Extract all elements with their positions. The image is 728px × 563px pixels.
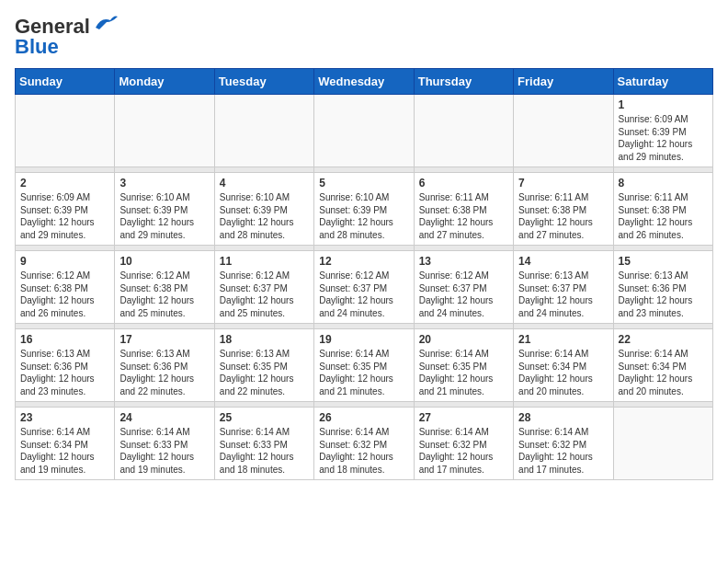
calendar-cell [414, 95, 513, 167]
weekday-header-sunday: Sunday [16, 69, 115, 95]
calendar-cell: 18Sunrise: 6:13 AM Sunset: 6:35 PM Dayli… [214, 329, 313, 402]
day-info: Sunrise: 6:10 AM Sunset: 6:39 PM Dayligh… [119, 191, 209, 241]
calendar-cell: 14Sunrise: 6:13 AM Sunset: 6:37 PM Dayli… [514, 251, 613, 324]
calendar-week-2: 2Sunrise: 6:09 AM Sunset: 6:39 PM Daylig… [16, 173, 713, 246]
day-info: Sunrise: 6:12 AM Sunset: 6:38 PM Dayligh… [20, 270, 109, 319]
calendar-table: SundayMondayTuesdayWednesdayThursdayFrid… [15, 68, 713, 480]
day-info: Sunrise: 6:11 AM Sunset: 6:38 PM Dayligh… [518, 191, 608, 241]
calendar-cell: 5Sunrise: 6:10 AM Sunset: 6:39 PM Daylig… [314, 173, 414, 246]
day-number: 12 [319, 255, 408, 268]
day-number: 19 [319, 333, 408, 346]
day-number: 16 [20, 333, 109, 346]
calendar-cell: 24Sunrise: 6:14 AM Sunset: 6:33 PM Dayli… [115, 408, 214, 480]
weekday-header-thursday: Thursday [414, 69, 513, 95]
weekday-header-saturday: Saturday [613, 69, 712, 95]
logo: General Blue [15, 15, 118, 59]
calendar-cell [514, 95, 613, 167]
day-info: Sunrise: 6:10 AM Sunset: 6:39 PM Dayligh… [220, 191, 309, 241]
day-info: Sunrise: 6:14 AM Sunset: 6:34 PM Dayligh… [20, 426, 109, 476]
calendar-cell: 15Sunrise: 6:13 AM Sunset: 6:36 PM Dayli… [613, 251, 712, 324]
day-info: Sunrise: 6:12 AM Sunset: 6:37 PM Dayligh… [319, 270, 408, 319]
day-info: Sunrise: 6:13 AM Sunset: 6:37 PM Dayligh… [518, 270, 608, 319]
calendar-cell: 17Sunrise: 6:13 AM Sunset: 6:36 PM Dayli… [115, 329, 214, 402]
logo-bird-icon [92, 15, 118, 35]
day-info: Sunrise: 6:14 AM Sunset: 6:35 PM Dayligh… [319, 348, 408, 397]
day-info: Sunrise: 6:14 AM Sunset: 6:33 PM Dayligh… [220, 426, 309, 476]
calendar-cell: 10Sunrise: 6:12 AM Sunset: 6:38 PM Dayli… [115, 251, 214, 324]
calendar-cell: 2Sunrise: 6:09 AM Sunset: 6:39 PM Daylig… [16, 173, 115, 246]
calendar-cell: 7Sunrise: 6:11 AM Sunset: 6:38 PM Daylig… [514, 173, 613, 246]
day-number: 2 [20, 177, 109, 190]
day-number: 23 [20, 411, 109, 424]
day-info: Sunrise: 6:14 AM Sunset: 6:34 PM Dayligh… [518, 348, 608, 397]
calendar-cell: 28Sunrise: 6:14 AM Sunset: 6:32 PM Dayli… [514, 408, 613, 480]
calendar-header-row: SundayMondayTuesdayWednesdayThursdayFrid… [16, 69, 713, 95]
calendar-cell: 13Sunrise: 6:12 AM Sunset: 6:37 PM Dayli… [414, 251, 513, 324]
weekday-header-friday: Friday [514, 69, 613, 95]
day-info: Sunrise: 6:12 AM Sunset: 6:37 PM Dayligh… [220, 270, 309, 319]
day-info: Sunrise: 6:13 AM Sunset: 6:36 PM Dayligh… [619, 270, 708, 319]
day-number: 26 [319, 411, 408, 424]
day-info: Sunrise: 6:14 AM Sunset: 6:32 PM Dayligh… [319, 426, 408, 476]
day-number: 4 [220, 177, 309, 190]
day-number: 21 [518, 333, 608, 346]
day-number: 27 [419, 411, 508, 424]
day-info: Sunrise: 6:14 AM Sunset: 6:34 PM Dayligh… [619, 348, 708, 397]
calendar-cell [115, 95, 214, 167]
day-info: Sunrise: 6:14 AM Sunset: 6:32 PM Dayligh… [419, 426, 508, 476]
calendar-cell: 1Sunrise: 6:09 AM Sunset: 6:39 PM Daylig… [613, 95, 712, 167]
calendar-cell: 12Sunrise: 6:12 AM Sunset: 6:37 PM Dayli… [314, 251, 414, 324]
calendar-cell: 4Sunrise: 6:10 AM Sunset: 6:39 PM Daylig… [214, 173, 313, 246]
day-info: Sunrise: 6:09 AM Sunset: 6:39 PM Dayligh… [20, 191, 109, 241]
calendar-cell [314, 95, 414, 167]
calendar-cell: 16Sunrise: 6:13 AM Sunset: 6:36 PM Dayli… [16, 329, 115, 402]
calendar-cell [214, 95, 313, 167]
day-number: 6 [419, 177, 508, 190]
day-number: 25 [220, 411, 309, 424]
day-number: 9 [20, 255, 109, 268]
day-number: 7 [518, 177, 608, 190]
day-number: 17 [119, 333, 209, 346]
day-info: Sunrise: 6:12 AM Sunset: 6:37 PM Dayligh… [419, 270, 508, 319]
calendar-cell: 3Sunrise: 6:10 AM Sunset: 6:39 PM Daylig… [115, 173, 214, 246]
calendar-cell [613, 408, 712, 480]
calendar-cell: 26Sunrise: 6:14 AM Sunset: 6:32 PM Dayli… [314, 408, 414, 480]
calendar-week-1: 1Sunrise: 6:09 AM Sunset: 6:39 PM Daylig… [16, 95, 713, 167]
day-number: 5 [319, 177, 408, 190]
day-number: 1 [619, 98, 708, 111]
calendar-cell: 25Sunrise: 6:14 AM Sunset: 6:33 PM Dayli… [214, 408, 313, 480]
calendar-cell: 9Sunrise: 6:12 AM Sunset: 6:38 PM Daylig… [16, 251, 115, 324]
weekday-header-wednesday: Wednesday [314, 69, 414, 95]
calendar-cell: 8Sunrise: 6:11 AM Sunset: 6:38 PM Daylig… [613, 173, 712, 246]
day-info: Sunrise: 6:12 AM Sunset: 6:38 PM Dayligh… [119, 270, 209, 319]
calendar-week-4: 16Sunrise: 6:13 AM Sunset: 6:36 PM Dayli… [16, 329, 713, 402]
day-info: Sunrise: 6:13 AM Sunset: 6:35 PM Dayligh… [220, 348, 309, 397]
day-info: Sunrise: 6:11 AM Sunset: 6:38 PM Dayligh… [619, 191, 708, 241]
day-info: Sunrise: 6:13 AM Sunset: 6:36 PM Dayligh… [20, 348, 109, 397]
calendar-cell: 21Sunrise: 6:14 AM Sunset: 6:34 PM Dayli… [514, 329, 613, 402]
weekday-header-monday: Monday [115, 69, 214, 95]
day-info: Sunrise: 6:13 AM Sunset: 6:36 PM Dayligh… [119, 348, 209, 397]
day-info: Sunrise: 6:14 AM Sunset: 6:32 PM Dayligh… [518, 426, 608, 476]
day-number: 11 [220, 255, 309, 268]
day-info: Sunrise: 6:09 AM Sunset: 6:39 PM Dayligh… [619, 113, 708, 163]
day-number: 3 [119, 177, 209, 190]
calendar-cell: 20Sunrise: 6:14 AM Sunset: 6:35 PM Dayli… [414, 329, 513, 402]
day-info: Sunrise: 6:14 AM Sunset: 6:35 PM Dayligh… [419, 348, 508, 397]
day-number: 13 [419, 255, 508, 268]
calendar-cell: 19Sunrise: 6:14 AM Sunset: 6:35 PM Dayli… [314, 329, 414, 402]
day-number: 8 [619, 177, 708, 190]
calendar-week-5: 23Sunrise: 6:14 AM Sunset: 6:34 PM Dayli… [16, 408, 713, 480]
day-info: Sunrise: 6:10 AM Sunset: 6:39 PM Dayligh… [319, 191, 408, 241]
calendar-cell [16, 95, 115, 167]
day-number: 24 [119, 411, 209, 424]
calendar-cell: 11Sunrise: 6:12 AM Sunset: 6:37 PM Dayli… [214, 251, 313, 324]
day-number: 22 [619, 333, 708, 346]
day-info: Sunrise: 6:11 AM Sunset: 6:38 PM Dayligh… [419, 191, 508, 241]
day-number: 15 [619, 255, 708, 268]
day-number: 28 [518, 411, 608, 424]
calendar-cell: 22Sunrise: 6:14 AM Sunset: 6:34 PM Dayli… [613, 329, 712, 402]
calendar-week-3: 9Sunrise: 6:12 AM Sunset: 6:38 PM Daylig… [16, 251, 713, 324]
calendar-cell: 27Sunrise: 6:14 AM Sunset: 6:32 PM Dayli… [414, 408, 513, 480]
weekday-header-tuesday: Tuesday [214, 69, 313, 95]
